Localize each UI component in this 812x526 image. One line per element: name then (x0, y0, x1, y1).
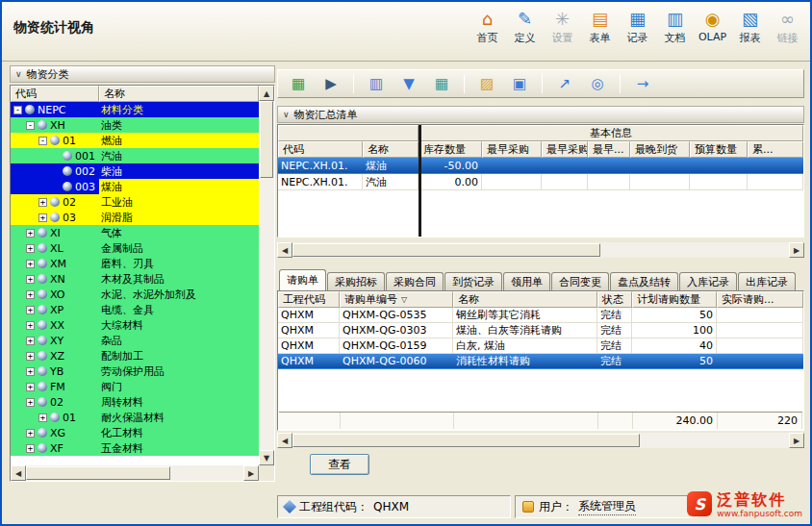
tab-出库记录[interactable]: 出库记录 (738, 272, 796, 290)
exit-icon[interactable]: → (632, 73, 653, 94)
expand-icon[interactable]: + (26, 290, 35, 299)
detail-row[interactable]: QHXMQHXM-QG-0060消耗性材料请购完结50 (278, 354, 803, 369)
tree-row[interactable]: +XL金属制品 (11, 240, 259, 256)
expand-icon[interactable]: + (38, 413, 47, 422)
tree-row[interactable]: +XO水泥、水泥外加剂及 (11, 287, 259, 302)
scroll-thumb[interactable] (292, 434, 640, 447)
summary-section-header[interactable]: ∨ 物资汇总清单 (277, 106, 804, 123)
tree-row[interactable]: +XG化工材料 (11, 425, 259, 440)
tree-row[interactable]: +XZ配制加工 (11, 348, 259, 363)
tree-vertical-scrollbar[interactable]: ▲ ▼ (259, 86, 274, 465)
scroll-thumb[interactable] (292, 243, 600, 257)
tree-row[interactable]: +XF五金材料 (11, 440, 259, 456)
tab-采购合同[interactable]: 采购合同 (386, 272, 444, 290)
tree-row[interactable]: -NEPC材料分类 (11, 102, 259, 117)
nav-item-定义[interactable]: ✎定义 (506, 6, 544, 47)
tree-column-code[interactable]: 代码 (11, 86, 99, 102)
tree-column-name[interactable]: 名称 (99, 86, 259, 102)
save-icon[interactable]: ▣ (509, 73, 530, 94)
expand-icon[interactable]: + (26, 260, 35, 268)
scroll-track[interactable] (292, 242, 789, 258)
tab-采购招标[interactable]: 采购招标 (327, 272, 385, 290)
summary-row[interactable]: NEPC.XH.01.煤油-50.00 (278, 158, 803, 174)
detail-column-header[interactable]: 名称 (453, 291, 597, 308)
scroll-right-button[interactable]: ▶ (789, 433, 804, 448)
expand-icon[interactable]: + (26, 398, 35, 407)
detail-column-header[interactable]: 计划请购数量 (632, 291, 717, 308)
tab-合同变更[interactable]: 合同变更 (551, 272, 609, 290)
summary-column-header[interactable]: 最早... (588, 141, 630, 158)
detail-row[interactable]: QHXMQHXM-QG-0159白灰, 煤油完结40 (278, 338, 803, 354)
tree-row[interactable]: 002柴油 (11, 163, 259, 179)
expand-icon[interactable]: + (26, 352, 35, 361)
expand-icon[interactable]: + (26, 367, 35, 376)
preview-icon[interactable]: ◎ (587, 73, 608, 94)
scroll-track[interactable] (26, 465, 243, 481)
view-button[interactable]: 查看 (310, 454, 369, 475)
summary-column-header[interactable]: 累... (748, 141, 803, 158)
summary-column-header[interactable]: 库存数量 (419, 141, 482, 158)
summary-column-header[interactable]: 最晚到货 (630, 141, 690, 158)
tree-row[interactable]: +XN木材及其制品 (11, 271, 259, 287)
tree-row[interactable]: +XP电缆、金具 (11, 302, 259, 317)
tab-盘点及结转[interactable]: 盘点及结转 (610, 272, 678, 290)
expand-icon[interactable]: + (26, 444, 35, 453)
filter-icon[interactable]: ▼ (398, 73, 419, 94)
nav-item-文档[interactable]: ▥文档 (656, 6, 694, 47)
nav-item-记录[interactable]: ▦记录 (619, 6, 656, 47)
tree-horizontal-scrollbar[interactable]: ◀ ▶ (11, 465, 259, 481)
tree-row[interactable]: 003煤油 (11, 179, 259, 194)
export-icon[interactable]: ↗ (554, 73, 575, 94)
summary-column-header[interactable]: 名称 (363, 141, 419, 158)
expand-icon[interactable]: + (26, 429, 35, 438)
tree-row[interactable]: +YB劳动保护用品 (11, 363, 259, 379)
scroll-thumb[interactable] (260, 101, 273, 178)
scroll-track[interactable] (292, 433, 789, 448)
tree-row[interactable]: +02工业油 (11, 194, 259, 210)
tree-row[interactable]: 001汽油 (11, 148, 259, 163)
tree-row[interactable]: +03润滑脂 (11, 210, 259, 225)
scroll-left-button[interactable]: ◀ (277, 433, 292, 448)
expand-icon[interactable]: + (38, 213, 47, 222)
tree-row[interactable]: +XY杂品 (11, 333, 259, 348)
detail-horizontal-scrollbar[interactable]: ◀ ▶ (277, 433, 804, 448)
summary-row[interactable]: NEPC.XH.01.汽油0.00 (278, 174, 803, 190)
detail-row[interactable]: QHXMQHXM-QG-0535钢丝刷等其它消耗完结50 (278, 308, 803, 323)
scroll-down-button[interactable]: ▼ (259, 450, 274, 465)
expand-icon[interactable]: + (26, 244, 35, 253)
expand-icon[interactable]: + (26, 306, 35, 314)
summary-column-header[interactable]: 最早采购 (482, 141, 542, 158)
detail-column-header[interactable]: 请购单编号▽ (340, 291, 453, 308)
summary-column-header[interactable]: 代码 (278, 141, 363, 158)
detail-column-header[interactable]: 状态 (597, 291, 632, 308)
expand-icon[interactable]: + (26, 229, 35, 238)
scroll-right-button[interactable]: ▶ (243, 465, 259, 481)
tab-请购单[interactable]: 请购单 (279, 269, 326, 290)
tree-row[interactable]: +02周转材料 (11, 394, 259, 410)
summary-column-header[interactable]: 最早采购 (542, 141, 588, 158)
scroll-left-button[interactable]: ◀ (277, 242, 292, 258)
summary-grid-icon[interactable]: ▦ (288, 73, 309, 94)
tree-row[interactable]: +FM阀门 (11, 379, 259, 394)
nav-item-报表[interactable]: ▧报表 (731, 6, 769, 47)
tree-panel-header[interactable]: ∨ 物资分类 (10, 65, 275, 83)
detail-column-header[interactable]: 工程代码 (278, 291, 340, 308)
table-icon[interactable]: ▦ (431, 73, 452, 94)
nav-item-OLAP[interactable]: ◉OLAP (694, 6, 731, 47)
tree-row[interactable]: -XH油类 (11, 117, 259, 133)
detail-row[interactable]: QHXMQHXM-QG-0303煤油、白灰等消耗请购完结100 (278, 323, 803, 338)
tab-领用单[interactable]: 领用单 (503, 272, 550, 290)
expand-icon[interactable]: + (26, 383, 35, 391)
tree-row[interactable]: -01燃油 (11, 133, 259, 148)
scroll-track[interactable] (259, 101, 274, 450)
open-folder-icon[interactable]: ▨ (476, 73, 497, 94)
tree-row[interactable]: +XI气体 (11, 225, 259, 240)
collapse-icon[interactable]: - (13, 106, 22, 114)
collapse-icon[interactable]: - (38, 137, 47, 145)
nav-item-表单[interactable]: ▤表单 (581, 6, 619, 47)
expand-icon[interactable]: + (26, 337, 35, 345)
scroll-thumb[interactable] (26, 466, 170, 480)
tab-入库记录[interactable]: 入库记录 (679, 272, 737, 290)
summary-horizontal-scrollbar[interactable]: ◀ ▶ (277, 242, 804, 258)
expand-icon[interactable]: + (26, 321, 35, 330)
